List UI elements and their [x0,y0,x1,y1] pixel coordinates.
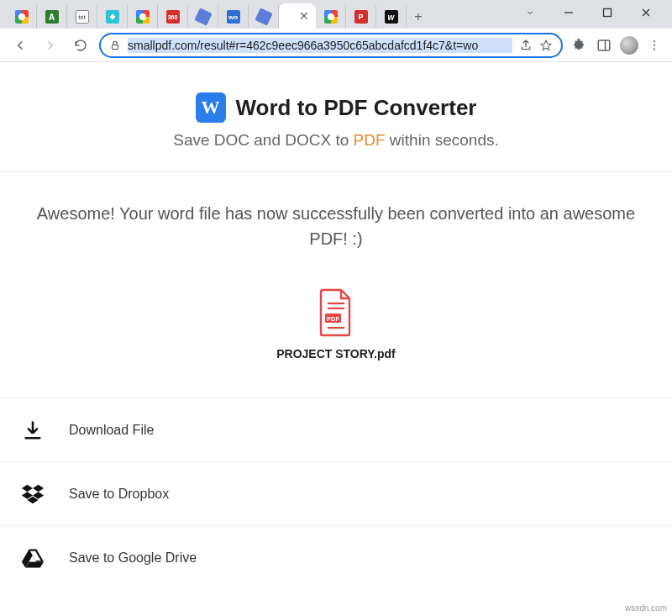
svg-point-7 [654,48,655,50]
kebab-icon [648,39,661,52]
window-minimize-button[interactable] [549,1,588,24]
tab-google-1[interactable] [7,5,37,29]
download-icon [20,418,45,443]
svg-rect-2 [113,45,118,49]
success-message: Awesome! Your word file has now successf… [0,172,672,251]
page-content: W Word to PDF Converter Save DOC and DOC… [0,62,672,589]
hero-title-row: W Word to PDF Converter [17,92,655,123]
sidepanel-button[interactable] [595,36,613,55]
subtitle-accent: PDF [354,131,386,149]
close-icon [641,8,651,18]
svg-rect-1 [604,9,612,17]
panel-icon [596,38,612,53]
lock-icon [109,39,121,51]
actions-list: Download File Save to Dropbox Save to Go… [0,398,672,589]
pdf-file-icon: PDF [316,288,356,337]
subtitle-post: within seconds. [386,131,499,149]
save-dropbox-row[interactable]: Save to Dropbox [0,461,672,525]
tab-pill-1[interactable] [188,5,218,29]
tab-cyan[interactable] [97,5,128,29]
window-maximize-button[interactable] [588,1,627,24]
word-badge-icon: W [196,92,226,123]
svg-rect-3 [598,40,610,50]
download-label: Download File [69,423,154,438]
page-subtitle: Save DOC and DOCX to PDF within seconds. [17,131,655,150]
subtitle-pre: Save DOC and DOCX to [173,131,353,149]
download-file-row[interactable]: Download File [0,398,672,461]
tab-strip: A txt 360 wo ✕ P w + [7,0,511,29]
maximize-icon [602,8,612,18]
tab-wo[interactable]: wo [218,5,249,29]
arrow-right-icon [43,38,58,53]
menu-button[interactable] [645,36,664,55]
tab-txt[interactable]: txt [67,5,97,29]
page-title: Word to PDF Converter [236,95,477,121]
result-file[interactable]: PDF PROJECT STORY.pdf [0,251,672,398]
svg-text:PDF: PDF [327,315,339,323]
gdrive-label: Save to Google Drive [69,550,197,566]
close-tab-icon[interactable]: ✕ [299,9,309,23]
google-drive-icon [20,545,45,571]
dropbox-label: Save to Dropbox [69,487,169,502]
url-text[interactable]: smallpdf.com/result#r=462c9eec966a3950c6… [128,38,512,53]
tab-active[interactable]: ✕ [279,3,316,29]
reload-button[interactable] [69,34,92,57]
tab-pill-2[interactable] [249,5,279,29]
watermark: wsxdn.com [625,603,667,613]
dropbox-icon [20,482,45,507]
svg-point-6 [654,44,655,45]
profile-avatar[interactable] [620,36,638,55]
star-icon[interactable] [539,39,553,52]
tab-360[interactable]: 360 [158,5,188,29]
tab-p[interactable]: P [346,5,376,29]
new-tab-button[interactable]: + [407,5,430,29]
back-button[interactable] [8,34,32,57]
puzzle-icon [571,38,586,53]
forward-button[interactable] [39,34,62,57]
window-dropdown-button[interactable] [511,1,549,24]
chevron-down-icon [525,8,535,18]
tab-google-2[interactable] [128,5,158,29]
browser-toolbar: smallpdf.com/result#r=462c9eec966a3950c6… [0,29,672,62]
save-gdrive-row[interactable]: Save to Google Drive [0,525,672,589]
share-icon[interactable] [519,39,533,52]
hero: W Word to PDF Converter Save DOC and DOC… [0,62,672,171]
tab-green[interactable]: A [37,5,67,29]
window-close-button[interactable] [627,1,665,24]
tab-w[interactable]: w [376,5,407,29]
tab-google-3[interactable] [316,5,346,29]
svg-point-5 [654,40,655,42]
reload-icon [73,38,88,53]
address-bar[interactable]: smallpdf.com/result#r=462c9eec966a3950c6… [99,33,563,58]
extensions-button[interactable] [570,36,588,55]
window-controls [511,0,665,29]
minimize-icon [564,8,574,18]
result-file-name: PROJECT STORY.pdf [0,347,672,361]
browser-titlebar: A txt 360 wo ✕ P w + [0,0,672,29]
arrow-left-icon [13,38,28,53]
